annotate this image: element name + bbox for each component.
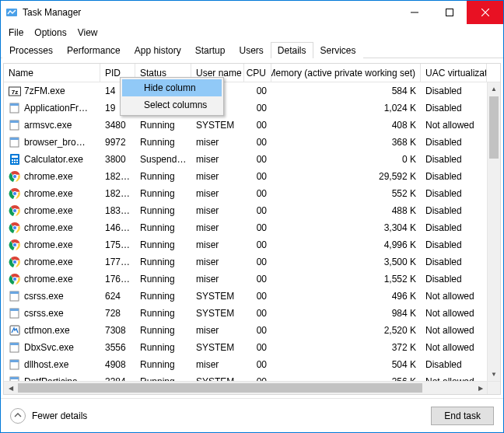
scroll-down-icon[interactable]: ▼ (488, 368, 500, 381)
cell-status: Running (135, 239, 191, 250)
cell-pid: 17756 (100, 257, 135, 267)
cell-status: Suspended (135, 154, 191, 165)
table-row[interactable]: browser_bro…9972Runningmiser00368 KDisab… (4, 134, 500, 151)
table-row[interactable]: ctfmon.exe7308Runningmiser002,520 KNot a… (4, 322, 500, 339)
svg-rect-52 (10, 377, 19, 379)
cell-uac: Not allowed (421, 308, 487, 319)
scroll-up-icon[interactable]: ▲ (488, 82, 500, 96)
cell-user: SYSTEM (191, 308, 244, 319)
ctx-hide-column[interactable]: Hide column (122, 79, 222, 96)
process-rows: 7z7zFM.exe1400584 KDisabledApplicationFr… (4, 82, 500, 394)
cell-uac: Disabled (421, 103, 487, 113)
header-cpu[interactable]: CPU (244, 64, 271, 82)
horizontal-scrollbar[interactable]: ◀ ▶ (4, 381, 487, 394)
process-icon (9, 358, 21, 371)
maximize-button[interactable] (432, 1, 467, 24)
cell-uac: Disabled (421, 137, 487, 148)
process-table: Name PID Status User name CPU Memory (ac… (3, 63, 501, 395)
cell-uac: Disabled (421, 86, 487, 96)
cell-name: chrome.exe (4, 204, 100, 217)
cell-memory: 3,304 K (271, 222, 421, 233)
table-row[interactable]: chrome.exe17756Runningmiser003,500 KDisa… (4, 253, 500, 271)
cell-user: miser (191, 154, 244, 165)
cell-memory: 584 K (271, 86, 421, 96)
process-icon (9, 256, 21, 268)
ctx-select-columns[interactable]: Select columns (122, 96, 222, 113)
scroll-left-icon[interactable]: ◀ (4, 382, 17, 394)
hscroll-thumb[interactable] (18, 383, 422, 393)
cell-uac: Not allowed (421, 291, 487, 302)
titlebar[interactable]: Task Manager (1, 1, 503, 24)
menu-file[interactable]: File (4, 26, 28, 40)
process-icon (9, 290, 21, 302)
table-row[interactable]: csrss.exe624RunningSYSTEM00496 KNot allo… (4, 288, 500, 305)
tab-strip: ProcessesPerformanceApp historyStartupUs… (1, 40, 503, 58)
header-name[interactable]: Name (4, 64, 100, 82)
tab-users[interactable]: Users (232, 42, 270, 58)
end-task-button[interactable]: End task (431, 407, 494, 425)
header-uac[interactable]: UAC virtualization (421, 64, 487, 82)
svg-rect-45 (10, 309, 19, 311)
close-button[interactable] (467, 1, 503, 24)
header-memory[interactable]: Memory (active private working set) (271, 64, 421, 82)
tab-services[interactable]: Services (313, 42, 363, 58)
fewer-details-button[interactable]: Fewer details (10, 408, 87, 424)
cell-pid: 18248 (100, 188, 135, 199)
table-row[interactable]: chrome.exe18220Runningmiser0029,592 KDis… (4, 168, 500, 185)
cell-status: Running (135, 205, 191, 216)
table-row[interactable]: 7z7zFM.exe1400584 KDisabled (4, 82, 500, 100)
window-title: Task Manager (23, 7, 81, 18)
cell-uac: Disabled (421, 239, 487, 250)
cell-status: Running (135, 222, 191, 233)
tab-processes[interactable]: Processes (2, 42, 60, 58)
table-row[interactable]: dllhost.exe4908Runningmiser00504 KDisabl… (4, 356, 500, 373)
cell-name: chrome.exe (4, 187, 100, 200)
cell-memory: 368 K (271, 137, 421, 148)
table-row[interactable]: chrome.exe17668Runningmiser001,552 KDisa… (4, 271, 500, 288)
table-row[interactable]: chrome.exe18248Runningmiser00552 KDisabl… (4, 185, 500, 202)
table-row[interactable]: ApplicationFr…19001,024 KDisabled (4, 100, 500, 117)
cell-pid: 18220 (100, 171, 135, 182)
table-row[interactable]: chrome.exe14636Runningmiser003,304 KDisa… (4, 219, 500, 236)
cell-name: 7z7zFM.exe (4, 85, 100, 97)
cell-name: browser_bro… (4, 136, 100, 148)
table-row[interactable]: chrome.exe17576Runningmiser004,996 KDisa… (4, 236, 500, 253)
menu-view[interactable]: View (73, 26, 103, 40)
minimize-button[interactable] (397, 1, 432, 24)
menu-options[interactable]: Options (30, 26, 71, 40)
cell-status: Running (135, 291, 191, 302)
cell-cpu: 00 (244, 308, 271, 319)
scroll-thumb[interactable] (489, 96, 499, 159)
cell-pid: 18316 (100, 205, 135, 216)
cell-name: ApplicationFr… (4, 102, 100, 114)
cell-status: Running (135, 120, 191, 131)
scroll-right-icon[interactable]: ▶ (474, 382, 487, 394)
vertical-scrollbar[interactable]: ▲ ▼ (487, 82, 500, 381)
tab-performance[interactable]: Performance (60, 42, 128, 58)
cell-status: Running (135, 257, 191, 267)
tab-app-history[interactable]: App history (128, 42, 188, 58)
cell-pid: 3480 (100, 120, 135, 131)
table-row[interactable]: DbxSvc.exe3556RunningSYSTEM00372 KNot al… (4, 339, 500, 356)
table-row[interactable]: armsvc.exe3480RunningSYSTEM00408 KNot al… (4, 117, 500, 134)
table-row[interactable]: Calculator.exe3800Suspendedmiser000 KDis… (4, 151, 500, 168)
svg-rect-43 (10, 292, 19, 294)
cell-user: SYSTEM (191, 342, 244, 353)
cell-name: dllhost.exe (4, 358, 100, 371)
table-row[interactable]: csrss.exe728RunningSYSTEM00984 KNot allo… (4, 305, 500, 322)
cell-memory: 504 K (271, 359, 421, 370)
cell-user: miser (191, 188, 244, 199)
svg-rect-14 (12, 155, 18, 158)
cell-cpu: 00 (244, 120, 271, 131)
cell-status: Running (135, 137, 191, 148)
cell-uac: Disabled (421, 188, 487, 199)
cell-user: miser (191, 239, 244, 250)
svg-rect-18 (12, 162, 13, 163)
tab-startup[interactable]: Startup (188, 42, 233, 58)
cell-user: miser (191, 257, 244, 267)
svg-rect-16 (14, 159, 16, 161)
tab-details[interactable]: Details (271, 42, 313, 58)
table-row[interactable]: chrome.exe18316Runningmiser00488 KDisabl… (4, 202, 500, 219)
svg-rect-17 (16, 159, 18, 161)
resize-corner (487, 381, 500, 394)
